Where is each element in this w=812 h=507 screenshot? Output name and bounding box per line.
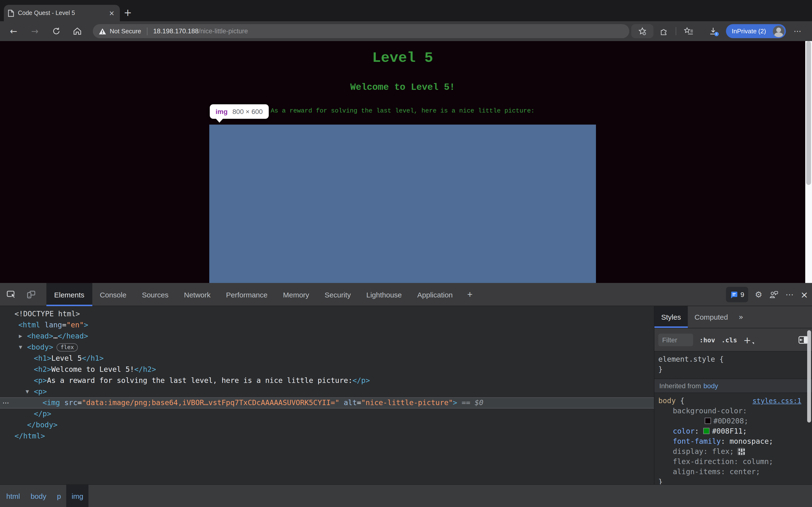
devtools-tab-elements[interactable]: Elements xyxy=(46,283,92,306)
css-property[interactable]: background-color: xyxy=(658,406,808,416)
color-swatch[interactable] xyxy=(705,418,711,424)
dom-tree-row[interactable]: </html> xyxy=(0,431,654,442)
url-host[interactable]: 18.198.170.188 xyxy=(153,27,199,35)
browser-tab[interactable]: Code Quest - Level 5 × xyxy=(4,5,120,21)
dom-tree-row[interactable]: </p> xyxy=(0,408,654,419)
code-token: > xyxy=(84,321,88,329)
row-overflow-dots[interactable]: ⋯ xyxy=(2,397,10,408)
dom-tree-row[interactable]: <!DOCTYPE html> xyxy=(0,308,654,320)
page-scrollbar[interactable] xyxy=(805,41,812,283)
browser-menu-icon[interactable]: ⋯ xyxy=(792,25,803,37)
address-bar[interactable]: Not Secure 18.198.170.188/nice-little-pi… xyxy=(93,24,629,38)
inherited-from-link[interactable]: body xyxy=(704,382,718,390)
element-style-close: } xyxy=(658,364,812,375)
add-favorite-button[interactable] xyxy=(631,24,654,38)
toggle-hover-state-button[interactable]: :hov xyxy=(699,336,715,344)
devtools-menu-icon[interactable]: ⋯ xyxy=(785,290,794,299)
back-icon[interactable]: ← xyxy=(8,25,19,37)
dock-sidebar-icon[interactable] xyxy=(799,336,808,344)
home-icon[interactable] xyxy=(71,25,83,37)
forward-icon[interactable]: → xyxy=(29,25,41,37)
code-token: > xyxy=(453,398,457,407)
css-property[interactable]: display: flex; xyxy=(658,447,808,457)
code-token xyxy=(40,321,45,329)
tab-close-icon[interactable]: × xyxy=(108,9,116,17)
devtools-tab-security[interactable]: Security xyxy=(317,283,358,306)
downloads-icon[interactable]: i xyxy=(706,24,720,38)
dom-tree-row[interactable]: ▼<body>flex xyxy=(0,342,654,353)
rule-selector[interactable]: body xyxy=(658,396,676,405)
page-viewport: Level 5 Welcome to Level 5! As a reward … xyxy=(0,41,812,283)
breadcrumb-p[interactable]: p xyxy=(52,485,66,507)
refresh-icon[interactable] xyxy=(50,25,62,37)
devtools-tab-application[interactable]: Application xyxy=(410,283,461,306)
devtools-close-icon[interactable]: × xyxy=(800,289,808,300)
new-style-rule-button[interactable]: + xyxy=(743,334,751,345)
flex-editor-icon[interactable] xyxy=(737,448,745,455)
css-property[interactable]: align-items: center; xyxy=(658,467,808,477)
devtools-settings-icon[interactable]: ⚙ xyxy=(755,290,762,299)
dom-tree-row[interactable]: <h1>Level 5</h1> xyxy=(0,353,654,364)
breadcrumb-html[interactable]: html xyxy=(1,485,26,507)
sidebar-more-tabs-icon[interactable]: » xyxy=(735,306,747,328)
flex-badge[interactable]: flex xyxy=(57,343,78,351)
page-paragraph: As a reward for solving the last level, … xyxy=(0,107,805,114)
styles-filter-input[interactable]: Filter xyxy=(658,333,693,346)
dom-tree-row[interactable]: ▶<head>…</head> xyxy=(0,331,654,342)
dom-tree-row[interactable]: </body> xyxy=(0,419,654,431)
element-style-open[interactable]: element.style { xyxy=(658,354,812,364)
not-secure-label[interactable]: Not Secure xyxy=(110,27,141,35)
toggle-classes-button[interactable]: .cls xyxy=(721,336,737,344)
page-scrollbar-thumb[interactable] xyxy=(806,41,811,185)
inspect-element-icon[interactable] xyxy=(6,289,17,300)
address-divider xyxy=(147,27,147,35)
devtools-tab-performance[interactable]: Performance xyxy=(218,283,275,306)
code-token: $0 xyxy=(475,398,483,407)
code-token: "nice-little-picture" xyxy=(361,398,453,407)
devtools-more-tabs-button[interactable]: + xyxy=(460,283,479,306)
issues-button[interactable]: 9 xyxy=(726,287,748,302)
url-path[interactable]: /nice-little-picture xyxy=(199,27,248,35)
css-property-value[interactable]: #0D0208; xyxy=(658,416,808,427)
dom-tree-row[interactable]: <p>As a reward for solving the last leve… xyxy=(0,375,654,386)
code-token: <html xyxy=(18,321,40,329)
devtools-tab-memory[interactable]: Memory xyxy=(275,283,317,306)
body-style-rule[interactable]: body { styles.css:1 background-color:#0D… xyxy=(654,393,812,484)
favorites-list-icon[interactable] xyxy=(681,24,696,38)
device-toolbar-icon[interactable] xyxy=(25,289,37,300)
devtools-tab-console[interactable]: Console xyxy=(92,283,134,306)
dom-tree-row-selected[interactable]: ⋯<img src="data:image/png;base64,iVBOR…v… xyxy=(0,397,654,408)
sidebar-tab-styles[interactable]: Styles xyxy=(654,306,688,328)
code-token: <img xyxy=(43,398,60,407)
breadcrumb-body[interactable]: body xyxy=(26,485,52,507)
devtools-tab-network[interactable]: Network xyxy=(176,283,218,306)
css-property[interactable]: flex-direction: column; xyxy=(658,457,808,467)
expand-arrow-icon[interactable]: ▶ xyxy=(19,331,22,342)
code-token xyxy=(60,398,64,407)
dom-tree-row[interactable]: <html lang="en"> xyxy=(0,320,654,331)
extensions-puzzle-icon[interactable] xyxy=(657,24,670,38)
dom-tree-row[interactable]: ▼<p> xyxy=(0,386,654,397)
collapse-arrow-icon[interactable]: ▼ xyxy=(19,342,22,353)
css-property[interactable]: color: #008F11; xyxy=(658,427,808,437)
color-swatch[interactable] xyxy=(703,428,710,434)
devtools-feedback-icon[interactable] xyxy=(769,290,779,299)
css-property[interactable]: font-family: monospace; xyxy=(658,437,808,447)
new-tab-button[interactable]: + xyxy=(124,6,132,19)
devtools-tab-sources[interactable]: Sources xyxy=(134,283,176,306)
nice-little-picture-image[interactable] xyxy=(209,125,596,283)
issues-count: 9 xyxy=(741,291,744,298)
stylesheet-source-link[interactable]: styles.css:1 xyxy=(753,396,801,406)
profile-avatar[interactable] xyxy=(773,25,784,37)
breadcrumb-img[interactable]: img xyxy=(66,485,89,507)
element-style-block[interactable]: element.style { } xyxy=(654,351,812,379)
styles-scrollbar-thumb[interactable] xyxy=(807,330,811,422)
devtools-tab-lighthouse[interactable]: Lighthouse xyxy=(359,283,410,306)
dom-tree-row[interactable]: <h2>Welcome to Level 5!</h2> xyxy=(0,364,654,375)
code-token: </h1> xyxy=(82,354,104,362)
sidebar-tab-computed[interactable]: Computed xyxy=(688,306,735,328)
code-token: > xyxy=(49,332,53,340)
collapse-arrow-icon[interactable]: ▼ xyxy=(26,386,29,397)
inprivate-badge[interactable]: InPrivate (2) xyxy=(726,24,786,38)
code-token xyxy=(339,398,344,407)
